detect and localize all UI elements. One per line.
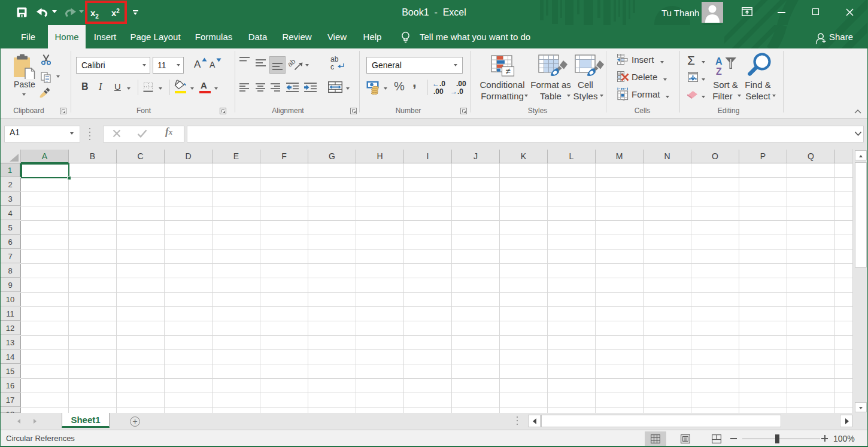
svg-text:A: A	[715, 56, 723, 66]
svg-text:Z: Z	[716, 66, 722, 76]
svg-text:≠: ≠	[505, 66, 510, 76]
